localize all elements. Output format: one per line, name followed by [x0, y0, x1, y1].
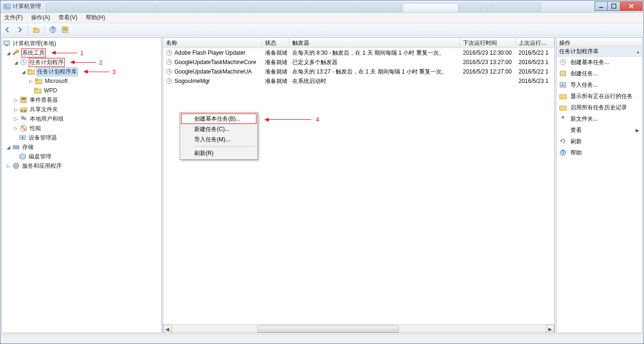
- col-next[interactable]: 下次运行时间: [460, 38, 516, 48]
- action-create[interactable]: 创建任务...: [556, 68, 642, 79]
- scroll-left-button[interactable]: ◀: [163, 325, 172, 333]
- action-refresh[interactable]: 刷新: [556, 136, 642, 147]
- titlebar[interactable]: 计算机管理: [0, 0, 644, 13]
- tree-disk-mgmt[interactable]: 磁盘管理: [2, 152, 161, 161]
- svg-rect-4: [599, 7, 603, 8]
- tree-task-scheduler[interactable]: ◢ 任务计划程序 2: [2, 57, 161, 67]
- tree-shared-folders[interactable]: ▷ 共享文件夹: [2, 105, 161, 114]
- tree-microsoft[interactable]: ▷ Microsoft: [2, 76, 161, 86]
- col-last[interactable]: 上次运行时间: [516, 38, 554, 48]
- toolbar: ?: [0, 23, 644, 36]
- expand-icon[interactable]: ▷: [28, 78, 34, 84]
- horizontal-scrollbar[interactable]: ◀ ▶: [163, 324, 554, 333]
- expand-icon[interactable]: ▷: [13, 97, 19, 103]
- up-button[interactable]: [31, 25, 41, 35]
- action-view[interactable]: 查看▶: [556, 124, 642, 136]
- menu-file[interactable]: 文件(F): [2, 13, 25, 23]
- ctx-refresh[interactable]: 刷新(R): [181, 148, 256, 158]
- users-icon: [20, 115, 27, 123]
- tree-event-viewer[interactable]: ▷ 事件查看器: [2, 95, 161, 105]
- action-help[interactable]: ?帮助: [556, 147, 642, 158]
- svg-rect-2: [5, 7, 9, 7]
- action-import[interactable]: 导入任务...: [556, 79, 642, 90]
- grid-body[interactable]: Adobe Flash Player Updater 准备就绪 在每天的 8:3…: [163, 48, 554, 324]
- ctx-import-task[interactable]: 导入任务(M)...: [181, 134, 256, 145]
- back-button[interactable]: [2, 25, 13, 35]
- svg-rect-3: [5, 8, 9, 8]
- computer-icon: [3, 40, 10, 47]
- forward-button[interactable]: [15, 25, 25, 35]
- tree-wpd[interactable]: WPD: [2, 86, 161, 95]
- svg-rect-26: [22, 99, 25, 100]
- col-trigger[interactable]: 触发器: [289, 38, 460, 48]
- clock-icon: [166, 68, 173, 75]
- tools-icon: [12, 49, 20, 57]
- ctx-create-task[interactable]: 新建任务(C)...: [181, 124, 256, 134]
- collapse-icon[interactable]: ◢: [13, 59, 19, 65]
- table-row[interactable]: SogouImeMgr 准备就绪 在系统启动时 2016/5/23 1: [163, 76, 554, 86]
- svg-point-39: [15, 165, 17, 167]
- menubar: 文件(F) 操作(A) 查看(V) 帮助(H): [0, 13, 644, 23]
- col-state[interactable]: 状态: [262, 38, 289, 48]
- tree-services[interactable]: ▷ 服务和应用程序: [2, 161, 161, 171]
- annotation-arrow: 4: [264, 116, 319, 123]
- annotation-arrow: 1: [51, 49, 83, 57]
- folder-icon: [35, 77, 42, 85]
- action-enable-history[interactable]: 启用所有任务历史记录: [556, 102, 642, 113]
- maximize-button[interactable]: [607, 1, 620, 11]
- window-buttons: [595, 1, 643, 11]
- clock-icon: [559, 58, 567, 66]
- table-row[interactable]: Adobe Flash Player Updater 准备就绪 在每天的 8:3…: [163, 48, 554, 57]
- tree-task-scheduler-library[interactable]: ◢ 任务计划程序库 3: [2, 67, 161, 76]
- event-icon: [20, 96, 27, 104]
- expand-icon[interactable]: ▷: [13, 116, 19, 122]
- browser-tabs-blur: [46, 0, 595, 12]
- svg-rect-14: [4, 41, 9, 45]
- expand-icon[interactable]: ▷: [6, 163, 11, 169]
- storage-icon: [12, 143, 20, 151]
- services-icon: [12, 162, 20, 170]
- menu-action[interactable]: 操作(A): [29, 13, 52, 23]
- close-button[interactable]: [620, 1, 643, 11]
- svg-rect-27: [20, 108, 27, 112]
- tree-local-users[interactable]: ▷ 本地用户和组: [2, 114, 161, 123]
- expand-icon[interactable]: ▷: [13, 106, 19, 112]
- collapse-icon[interactable]: ◢: [6, 50, 11, 56]
- properties-button[interactable]: [60, 25, 70, 35]
- scroll-thumb[interactable]: [257, 325, 399, 333]
- actions-subheader[interactable]: 任务计划程序库 ▴: [556, 47, 642, 57]
- svg-rect-5: [612, 4, 616, 8]
- collapse-icon[interactable]: ◢: [6, 144, 11, 150]
- nav-tree[interactable]: 计算机管理(本地) ◢ 系统工具 1 ◢ 任务计划程序 2 ◢ 任务计划程序库 …: [1, 37, 162, 333]
- folder-icon: [559, 104, 567, 111]
- tree-device-manager[interactable]: 设备管理器: [2, 133, 161, 142]
- clock-icon: [20, 58, 27, 66]
- tree-root[interactable]: 计算机管理(本地): [2, 39, 161, 48]
- action-create-basic[interactable]: 创建基本任务...: [556, 57, 642, 68]
- window-root: 计算机管理 文件(F) 操作(A) 查看(V) 帮助(H) ?: [0, 0, 644, 344]
- action-show-running[interactable]: 显示所有正在运行的任务: [556, 90, 642, 102]
- tree-storage[interactable]: ◢ 存储: [2, 142, 161, 152]
- action-new-folder[interactable]: 新文件夹...: [556, 113, 642, 124]
- expand-icon[interactable]: ▷: [13, 125, 19, 131]
- ctx-create-basic-task[interactable]: 创建基本任务(B)...: [181, 114, 256, 124]
- menu-help[interactable]: 帮助(H): [84, 13, 107, 23]
- menu-view[interactable]: 查看(V): [57, 13, 79, 23]
- table-row[interactable]: GoogleUpdateTaskMachineCore 准备就绪 已定义多个触发…: [163, 57, 554, 67]
- annotation-arrow: 3: [83, 68, 116, 75]
- collapse-icon[interactable]: ◢: [21, 69, 26, 74]
- scroll-right-button[interactable]: ▶: [546, 325, 554, 333]
- grid-header: 名称 状态 触发器 下次运行时间 上次运行时间: [163, 38, 554, 48]
- chevron-right-icon: ▶: [636, 128, 639, 133]
- svg-rect-1: [5, 5, 7, 6]
- help-button[interactable]: ?: [48, 25, 58, 35]
- svg-point-34: [22, 137, 24, 139]
- tree-performance[interactable]: ▷ 性能: [2, 123, 161, 133]
- tree-system-tools[interactable]: ◢ 系统工具 1: [2, 48, 161, 57]
- col-name[interactable]: 名称: [163, 38, 262, 48]
- minimize-button[interactable]: [594, 1, 608, 11]
- svg-rect-47: [560, 95, 566, 99]
- svg-point-29: [24, 110, 26, 112]
- table-row[interactable]: GoogleUpdateTaskMachineUA 准备就绪 在每天的 13:2…: [163, 67, 554, 76]
- clock-icon: [166, 78, 173, 84]
